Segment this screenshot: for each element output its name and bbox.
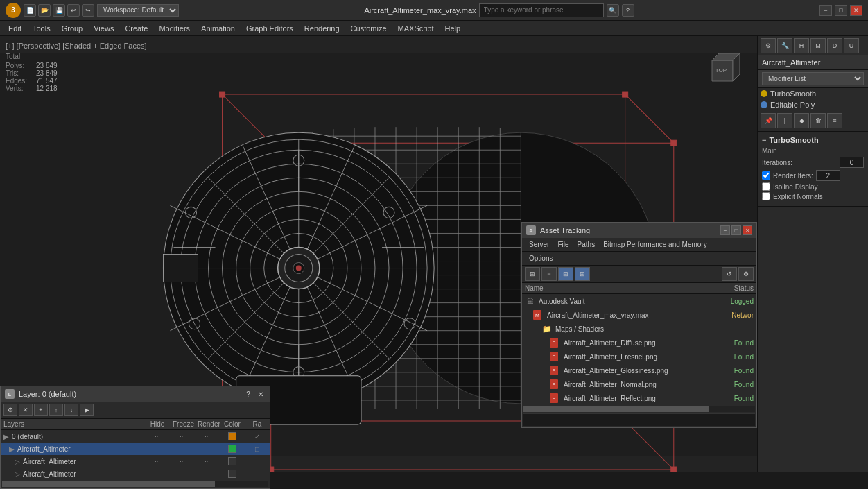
layer-render-2: ··· bbox=[195, 457, 220, 465]
remove-modifier-btn[interactable]: 🗑 bbox=[810, 113, 826, 128]
asset-menu-paths[interactable]: Paths bbox=[573, 238, 600, 252]
open-btn[interactable]: 📂 bbox=[38, 4, 51, 17]
render-iters-input[interactable] bbox=[816, 170, 840, 181]
layer-help-btn[interactable]: ? bbox=[243, 389, 253, 399]
undo-btn[interactable]: ↩ bbox=[67, 4, 80, 17]
stats-polys: Polys:23 849 bbox=[6, 62, 147, 69]
asset-tb-4[interactable]: ⊞ bbox=[575, 267, 590, 281]
asset-scroll-thumb[interactable] bbox=[523, 406, 709, 412]
layer-close-btn[interactable]: ✕ bbox=[256, 389, 266, 399]
asset-row-max-file[interactable]: M Aircraft_Altimeter_max_vray.max Networ bbox=[522, 308, 756, 322]
asset-menu-server[interactable]: Server bbox=[525, 238, 553, 252]
layer-row-default[interactable]: ▶ 0 (default) ··· ··· ··· ✓ bbox=[1, 430, 270, 443]
layer-tb-delete[interactable]: ✕ bbox=[19, 404, 33, 416]
asset-row-maps-folder[interactable]: 📁 Maps / Shaders bbox=[522, 322, 756, 336]
layer-scroll-thumb[interactable] bbox=[2, 481, 215, 487]
iterations-row: Iterations: bbox=[762, 157, 864, 168]
hierarchy-tab[interactable]: H bbox=[794, 38, 809, 53]
asset-tb-settings[interactable]: ⚙ bbox=[738, 267, 754, 281]
help-icon[interactable]: ? bbox=[622, 4, 634, 17]
asset-row-reflect[interactable]: P Aircraft_Altimeter_Reflect.png Found bbox=[522, 391, 756, 405]
new-btn[interactable]: 📄 bbox=[24, 4, 36, 17]
col-color: Color bbox=[220, 419, 245, 429]
asset-scrollbar[interactable] bbox=[523, 406, 755, 412]
asset-menu-options[interactable]: Options bbox=[525, 252, 557, 266]
svg-rect-98 bbox=[163, 255, 198, 282]
asset-tb-refresh[interactable]: ↺ bbox=[722, 267, 737, 281]
layer-tb-move-down[interactable]: ↓ bbox=[64, 404, 78, 416]
show-result-btn[interactable]: | bbox=[777, 113, 792, 128]
layer-row-aircraft-2[interactable]: ▷ Aircraft_Altimeter ··· ··· ··· bbox=[1, 455, 270, 467]
turbosmooth-section: − TurboSmooth Main Iterations: Render It… bbox=[758, 132, 868, 207]
maps-folder-name: Maps / Shaders bbox=[555, 325, 705, 333]
layer-expand-icon-2: ▶ bbox=[9, 445, 15, 453]
asset-maximize-btn[interactable]: □ bbox=[731, 225, 741, 235]
layer-render-aircraft: ··· bbox=[195, 445, 220, 453]
search-icon[interactable]: 🔍 bbox=[607, 4, 619, 17]
asset-row-glossiness[interactable]: P Aircraft_Altimeter_Glossiness.png Foun… bbox=[522, 363, 756, 377]
minimize-button[interactable]: − bbox=[819, 5, 832, 16]
asset-minimize-btn[interactable]: − bbox=[720, 225, 730, 235]
menu-maxscript[interactable]: MAXScript bbox=[392, 21, 440, 36]
layer-row-aircraft-altimeter[interactable]: ▶ Aircraft_Altimeter ··· ··· ··· □ bbox=[1, 443, 270, 455]
close-button[interactable]: ✕ bbox=[850, 5, 862, 16]
modifier-list-dropdown[interactable]: Modifier List bbox=[762, 72, 864, 85]
navigation-cube[interactable]: TOP bbox=[702, 50, 743, 92]
layer-panel-title: Layer: 0 (default) bbox=[19, 390, 76, 398]
modifier-editable-poly[interactable]: Editable Poly bbox=[758, 99, 868, 110]
asset-row-vault[interactable]: 🏛 Autodesk Vault Logged bbox=[522, 294, 756, 308]
max-file-status: Networ bbox=[705, 311, 754, 319]
redo-btn[interactable]: ↪ bbox=[82, 4, 94, 17]
menu-views[interactable]: Views bbox=[88, 21, 119, 36]
save-btn[interactable]: 💾 bbox=[53, 4, 65, 17]
menu-modifiers[interactable]: Modifiers bbox=[153, 21, 196, 36]
layer-scrollbar[interactable] bbox=[2, 481, 268, 487]
layer-tb-expand[interactable]: ▶ bbox=[80, 404, 94, 416]
menu-tools[interactable]: Tools bbox=[27, 21, 56, 36]
title-bar-center: Aircraft_Altimeter_max_vray.max 🔍 ? bbox=[179, 3, 819, 17]
render-iters-checkbox[interactable] bbox=[762, 171, 770, 180]
menu-graph-editors[interactable]: Graph Editors bbox=[241, 21, 299, 36]
layer-tb-move-up[interactable]: ↑ bbox=[49, 404, 63, 416]
asset-row-diffuse[interactable]: P Aircraft_Altimeter_Diffuse.png Found bbox=[522, 336, 756, 350]
asset-menu-file[interactable]: File bbox=[553, 238, 573, 252]
workspace-select[interactable]: Workspace: Default bbox=[97, 4, 179, 17]
display-tab[interactable]: D bbox=[827, 38, 842, 53]
layer-tb-settings[interactable]: ⚙ bbox=[3, 404, 17, 416]
layer-row-aircraft-3[interactable]: ▷ Aircraft_Altimeter ··· ··· ··· bbox=[1, 467, 270, 480]
asset-tb-1[interactable]: ⊞ bbox=[525, 267, 540, 281]
menu-create[interactable]: Create bbox=[119, 21, 153, 36]
menu-group[interactable]: Group bbox=[56, 21, 89, 36]
asset-input-bar[interactable] bbox=[523, 413, 755, 426]
asset-menu-bar: Server File Paths Bitmap Performance and… bbox=[522, 238, 756, 252]
make-unique-btn[interactable]: ◆ bbox=[794, 113, 809, 128]
utilities-tab[interactable]: U bbox=[844, 38, 859, 53]
window-title: Aircraft_Altimeter_max_vray.max bbox=[364, 6, 476, 15]
maximize-button[interactable]: □ bbox=[835, 5, 847, 16]
menu-animation[interactable]: Animation bbox=[196, 21, 241, 36]
asset-row-normal[interactable]: P Aircraft_Altimeter_Normal.png Found bbox=[522, 377, 756, 391]
asset-menu-bitmap-perf[interactable]: Bitmap Performance and Memory bbox=[599, 238, 711, 252]
create-tab[interactable]: ⚙ bbox=[761, 38, 776, 53]
pin-stack-btn[interactable]: 📌 bbox=[761, 113, 776, 128]
asset-tb-3[interactable]: ⊟ bbox=[558, 267, 573, 281]
asset-tb-2[interactable]: ≡ bbox=[541, 267, 557, 281]
iterations-input[interactable] bbox=[840, 157, 864, 168]
col-rad: Ra bbox=[245, 419, 270, 429]
modifier-turbosmooth[interactable]: TurboSmooth bbox=[758, 88, 868, 99]
modify-tab[interactable]: 🔧 bbox=[777, 38, 792, 53]
render-iters-row: Render Iters: bbox=[762, 170, 864, 181]
search-input[interactable] bbox=[479, 3, 604, 17]
asset-close-btn[interactable]: ✕ bbox=[743, 225, 752, 235]
configure-btn[interactable]: ≡ bbox=[827, 113, 842, 128]
menu-edit[interactable]: Edit bbox=[3, 21, 27, 36]
isoline-checkbox[interactable] bbox=[762, 182, 770, 191]
explicit-normals-checkbox[interactable] bbox=[762, 192, 770, 200]
asset-row-fresnel[interactable]: P Aircraft_Altimeter_Fresnel.png Found bbox=[522, 350, 756, 363]
menu-help[interactable]: Help bbox=[440, 21, 467, 36]
motion-tab[interactable]: M bbox=[810, 38, 826, 53]
menu-customize[interactable]: Customize bbox=[345, 21, 392, 36]
menu-rendering[interactable]: Rendering bbox=[299, 21, 345, 36]
stats-verts: Verts:12 218 bbox=[6, 85, 147, 92]
layer-tb-add[interactable]: + bbox=[34, 404, 48, 416]
